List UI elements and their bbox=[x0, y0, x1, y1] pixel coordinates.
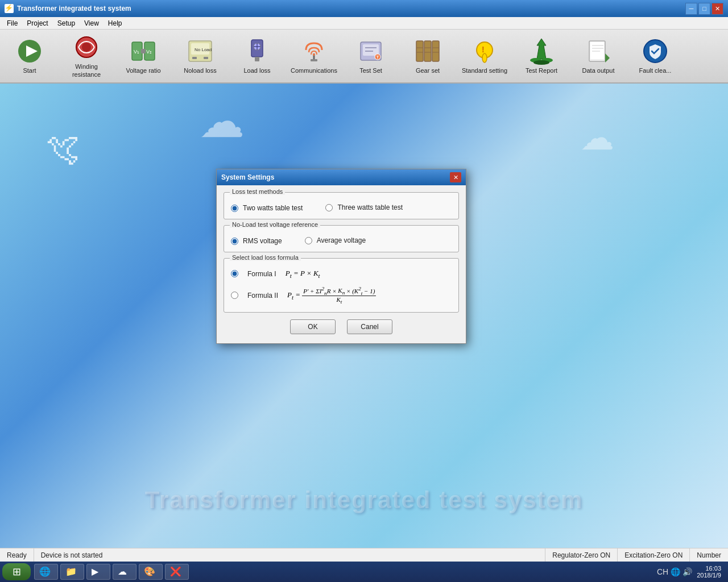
svg-rect-29 bbox=[424, 41, 431, 61]
menu-project[interactable]: Project bbox=[22, 18, 52, 28]
rms-voltage-row: RMS voltage bbox=[231, 237, 282, 245]
minimize-button[interactable]: ─ bbox=[685, 3, 697, 15]
taskbar-media[interactable]: ▶ bbox=[86, 564, 110, 580]
formula2-display: Pt = P' + ΣI2nR × Kn × (K2t − 1) Kt bbox=[287, 286, 376, 305]
gearset-label: Gear set bbox=[416, 67, 440, 74]
svg-rect-6 bbox=[141, 49, 146, 53]
taskbar-explorer[interactable]: 📁 bbox=[60, 564, 84, 580]
testreport-label: Test Report bbox=[526, 67, 557, 74]
taskbar-ie[interactable]: 🌐 bbox=[34, 564, 58, 580]
two-watts-radio[interactable] bbox=[231, 205, 238, 212]
start-icon: ⊞ bbox=[13, 566, 21, 578]
close-button[interactable]: ✕ bbox=[712, 3, 723, 15]
loadloss-label: Load loss bbox=[243, 67, 270, 74]
svg-rect-11 bbox=[192, 57, 197, 59]
status-device: Device is not started bbox=[34, 548, 546, 562]
comm-label: Communications bbox=[291, 67, 337, 74]
start-button[interactable]: ⊞ bbox=[2, 563, 31, 580]
taskbar-right: CH 🌐 🔊 16:03 2018/1/9 bbox=[657, 565, 726, 579]
ok-button[interactable]: OK bbox=[290, 319, 336, 334]
svg-text:T: T bbox=[377, 55, 379, 60]
app6-icon: ❌ bbox=[170, 566, 181, 577]
formula1-label: Formula I bbox=[247, 270, 276, 278]
toolbar-testset[interactable]: T Test Set bbox=[342, 32, 399, 80]
svg-point-21 bbox=[313, 53, 315, 56]
three-watts-row: Three watts table test bbox=[325, 203, 403, 211]
toolbar-standard[interactable]: ! Standard setting bbox=[456, 32, 513, 80]
menubar: File Project Setup View Help bbox=[0, 17, 728, 30]
taskbar-paint[interactable]: 🎨 bbox=[139, 564, 163, 580]
menu-view[interactable]: View bbox=[80, 18, 104, 28]
ie-icon: 🌐 bbox=[39, 566, 51, 577]
svg-point-43 bbox=[533, 60, 549, 65]
formula1-display: Pt = P × Kt bbox=[286, 269, 320, 279]
toolbar-noload[interactable]: No Load Noload loss bbox=[172, 32, 229, 80]
gearset-icon bbox=[414, 38, 441, 65]
system-settings-dialog: System Settings ✕ Loss test methods Two … bbox=[216, 169, 466, 344]
menu-help[interactable]: Help bbox=[104, 18, 127, 28]
faultclear-label: Fault clea... bbox=[639, 67, 672, 74]
testset-label: Test Set bbox=[359, 67, 382, 74]
menu-setup[interactable]: Setup bbox=[53, 18, 80, 28]
avg-voltage-radio[interactable] bbox=[305, 237, 312, 244]
rms-voltage-radio[interactable] bbox=[231, 238, 238, 245]
dataoutput-icon bbox=[585, 38, 612, 65]
status-excitation: Excitation-Zero ON bbox=[618, 548, 690, 562]
toolbar-voltage[interactable]: V₁ V₂ Voltage ratio bbox=[115, 32, 172, 80]
loss-test-group: Loss test methods Two watts table test T… bbox=[224, 192, 459, 219]
noload-voltage-label: No-Load test voltage reference bbox=[230, 221, 320, 228]
media-icon: ▶ bbox=[92, 566, 103, 577]
dialog-titlebar: System Settings ✕ bbox=[217, 169, 466, 185]
svg-rect-12 bbox=[204, 57, 208, 59]
regulator-text: Regulator-Zero ON bbox=[552, 551, 610, 559]
dialog-title: System Settings bbox=[221, 173, 450, 181]
cancel-button[interactable]: Canel bbox=[347, 319, 392, 334]
toolbar-dataoutput[interactable]: Data output bbox=[570, 32, 627, 80]
dialog-close-button[interactable]: ✕ bbox=[450, 172, 461, 182]
dialog-overlay: System Settings ✕ Loss test methods Two … bbox=[0, 84, 728, 548]
toolbar-gearset[interactable]: Gear set bbox=[399, 32, 456, 80]
dialog-content: Loss test methods Two watts table test T… bbox=[217, 185, 466, 343]
svg-marker-49 bbox=[605, 53, 610, 63]
status-number: Number bbox=[690, 548, 728, 562]
rms-voltage-label: RMS voltage bbox=[243, 237, 282, 245]
toolbar-testreport[interactable]: Test Report bbox=[513, 32, 570, 80]
formula2-radio[interactable] bbox=[231, 292, 238, 299]
noload-label: Noload loss bbox=[184, 67, 216, 74]
toolbar-start[interactable]: Start bbox=[1, 32, 58, 80]
faultclear-icon bbox=[642, 38, 669, 65]
app-icon: ⚡ bbox=[5, 4, 14, 13]
ready-text: Ready bbox=[7, 551, 27, 559]
testreport-icon bbox=[528, 38, 555, 65]
svg-rect-28 bbox=[416, 41, 423, 61]
window-controls: ─ □ ✕ bbox=[685, 3, 723, 15]
winding-icon bbox=[73, 34, 100, 61]
three-watts-label: Three watts table test bbox=[337, 203, 403, 211]
toolbar-winding[interactable]: Winding resistance bbox=[58, 32, 115, 80]
clock: 16:03 2018/1/9 bbox=[697, 565, 721, 579]
svg-text:!: ! bbox=[482, 45, 485, 54]
svg-point-38 bbox=[482, 53, 487, 63]
network-icon: 🌐 bbox=[671, 567, 680, 576]
maximize-button[interactable]: □ bbox=[698, 3, 710, 15]
menu-file[interactable]: File bbox=[2, 18, 22, 28]
avg-voltage-row: Average voltage bbox=[305, 236, 366, 244]
svg-text:V₁: V₁ bbox=[134, 49, 139, 55]
taskbar-cloud[interactable]: ☁ bbox=[113, 564, 136, 580]
voltage-label: Voltage ratio bbox=[126, 67, 160, 74]
number-text: Number bbox=[697, 551, 721, 559]
formula2-label: Formula II bbox=[247, 292, 278, 300]
taskbar-app6[interactable]: ❌ bbox=[165, 564, 189, 580]
svg-rect-15 bbox=[255, 57, 259, 61]
explorer-icon: 📁 bbox=[65, 566, 77, 577]
load-formula-group: Select load loss formula Formula I Pt = … bbox=[224, 258, 459, 313]
toolbar-loadloss[interactable]: Load loss bbox=[229, 32, 286, 80]
loss-test-label: Loss test methods bbox=[230, 188, 285, 195]
voltage-icon: V₁ V₂ bbox=[130, 38, 157, 65]
three-watts-radio[interactable] bbox=[325, 204, 333, 211]
winding-label: Winding resistance bbox=[61, 63, 112, 78]
toolbar-comm[interactable]: Communications bbox=[286, 32, 342, 80]
toolbar-faultclear[interactable]: Fault clea... bbox=[627, 32, 684, 80]
formula1-radio[interactable] bbox=[231, 270, 238, 277]
svg-marker-40 bbox=[537, 39, 546, 59]
